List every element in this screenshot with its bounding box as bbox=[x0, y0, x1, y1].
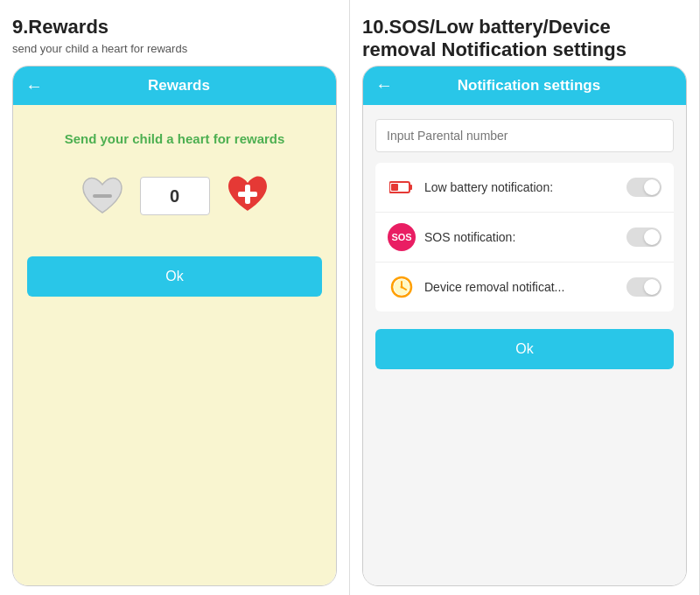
svg-point-10 bbox=[401, 285, 403, 288]
clock-svg-icon bbox=[389, 275, 414, 299]
notification-back-button[interactable]: ← bbox=[375, 75, 393, 95]
minus-heart-icon bbox=[79, 172, 126, 220]
svg-rect-2 bbox=[238, 192, 257, 197]
sos-icon: SOS bbox=[388, 223, 416, 251]
notification-list: Low battery notification: SOS SOS notifi… bbox=[375, 163, 674, 312]
notification-header-title: Notification settings bbox=[402, 77, 656, 94]
battery-svg-icon bbox=[389, 180, 414, 194]
device-removal-toggle[interactable] bbox=[626, 277, 662, 297]
heart-minus-button[interactable] bbox=[79, 172, 126, 220]
notification-app-header: ← Notification settings bbox=[363, 66, 686, 105]
notification-section-title: 10.SOS/Low battery/Device removal Notifi… bbox=[362, 16, 687, 62]
sos-toggle[interactable] bbox=[626, 228, 662, 247]
low-battery-label: Low battery notification: bbox=[424, 180, 618, 194]
rewards-back-button[interactable]: ← bbox=[25, 76, 43, 96]
sos-label: SOS notification: bbox=[424, 230, 618, 244]
rewards-ok-button[interactable]: Ok bbox=[27, 256, 322, 297]
heart-plus-button[interactable] bbox=[224, 171, 271, 221]
heart-counter: 0 bbox=[140, 177, 210, 215]
hearts-row: 0 bbox=[79, 171, 271, 221]
svg-rect-5 bbox=[410, 185, 412, 190]
device-removal-item: Device removal notificat... bbox=[375, 262, 674, 312]
rewards-header-title: Rewards bbox=[52, 77, 306, 94]
device-removal-label: Device removal notificat... bbox=[424, 280, 618, 294]
notification-phone-mockup: ← Notification settings Low battery noti… bbox=[362, 66, 687, 586]
rewards-phone-mockup: ← Rewards Send your child a heart for re… bbox=[12, 66, 337, 586]
notification-panel: 10.SOS/Low battery/Device removal Notifi… bbox=[350, 0, 700, 595]
device-removal-icon bbox=[388, 273, 416, 301]
low-battery-item: Low battery notification: bbox=[375, 163, 674, 213]
plus-heart-icon bbox=[224, 171, 271, 218]
parental-number-input[interactable] bbox=[375, 119, 674, 152]
rewards-section-subtitle: send your child a heart for rewards bbox=[12, 42, 337, 55]
rewards-section-title: 9.Rewards bbox=[12, 16, 337, 38]
rewards-panel: 9.Rewards send your child a heart for re… bbox=[0, 0, 350, 595]
low-battery-toggle[interactable] bbox=[626, 178, 662, 197]
low-battery-icon bbox=[388, 173, 416, 201]
notification-body: Low battery notification: SOS SOS notifi… bbox=[363, 105, 686, 585]
rewards-message: Send your child a heart for rewards bbox=[65, 131, 285, 146]
svg-rect-0 bbox=[93, 194, 112, 198]
sos-item: SOS SOS notification: bbox=[375, 213, 674, 262]
rewards-app-header: ← Rewards bbox=[13, 66, 336, 105]
notification-ok-button[interactable]: Ok bbox=[375, 329, 674, 369]
rewards-body: Send your child a heart for rewards 0 bbox=[13, 105, 336, 585]
svg-rect-4 bbox=[391, 184, 398, 191]
